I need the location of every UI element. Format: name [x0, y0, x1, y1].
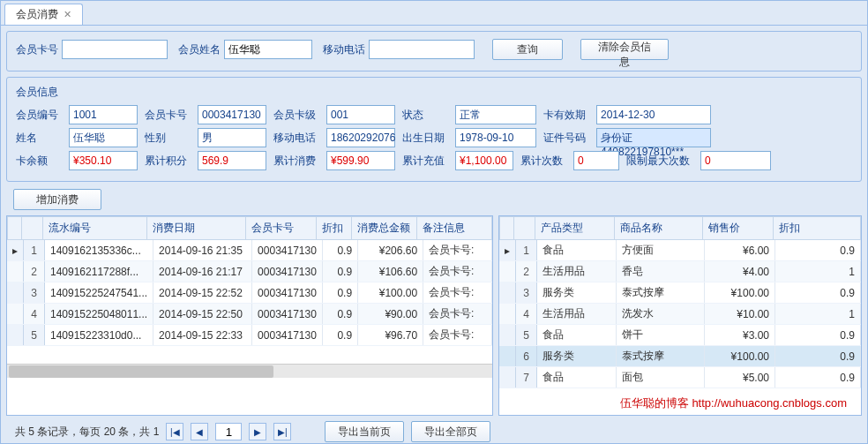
pager: 共 5 条记录，每页 20 条，共 1 |◀ ◀ ▶ ▶| 导出当前页 导出全部…	[6, 416, 862, 444]
panel-title: 会员信息	[16, 85, 852, 100]
table-row[interactable]: 3服务类泰式按摩¥100.000.9	[499, 282, 861, 304]
export-current-button[interactable]: 导出当前页	[325, 421, 404, 442]
label-birth: 出生日期	[402, 131, 452, 146]
col-memo[interactable]: 备注信息	[417, 217, 492, 240]
table-row[interactable]: 3140915225247541...2014-09-15 22:5200034…	[7, 282, 492, 304]
field-birth: 1978-09-10	[455, 128, 536, 147]
label-max-count: 限制最大次数	[626, 154, 697, 169]
label-card-no: 会员卡号	[16, 42, 58, 57]
col-serial[interactable]: 流水编号	[43, 217, 147, 240]
label-phone: 移动电话	[323, 42, 365, 57]
tab-bar: 会员消费 ✕	[1, 1, 867, 26]
label-level: 会员卡级	[273, 108, 323, 123]
table-row[interactable]: 21409162117288f...2014-09-16 21:17000341…	[7, 261, 492, 282]
label-id: 证件号码	[543, 131, 593, 146]
field-total-count: 0	[573, 151, 619, 170]
col-disc2[interactable]: 折扣	[774, 217, 861, 240]
label-member-id: 会员编号	[16, 108, 65, 123]
label-phone2: 移动电话	[273, 131, 323, 146]
field-points: 569.9	[198, 151, 266, 170]
col-amount[interactable]: 消费总金额	[352, 217, 417, 240]
table-row[interactable]: 2生活用品香皂¥4.001	[499, 261, 861, 282]
first-page-button[interactable]: |◀	[166, 423, 183, 440]
member-info-panel: 会员信息 会员编号 1001 会员卡号 0003417130 会员卡级 001 …	[6, 77, 862, 182]
field-total-recharge: ¥1,100.00	[455, 151, 513, 170]
page-input[interactable]	[215, 423, 242, 440]
col-date[interactable]: 消费日期	[147, 217, 246, 240]
label-valid: 卡有效期	[543, 108, 593, 123]
field-level: 001	[326, 105, 395, 124]
tab-member-consume[interactable]: 会员消费 ✕	[4, 4, 83, 25]
col-ptr2	[500, 217, 514, 240]
clear-button[interactable]: 清除会员信息	[580, 39, 669, 60]
phone-input[interactable]	[369, 40, 475, 59]
col-price[interactable]: 销售价	[703, 217, 774, 240]
label-total-recharge: 累计充值	[402, 154, 452, 169]
label-balance: 卡余额	[16, 154, 65, 169]
field-member-id: 1001	[69, 105, 138, 124]
add-consume-button[interactable]: 增加消费	[13, 189, 101, 210]
search-panel: 会员卡号 会员姓名 移动电话 查询 清除会员信息	[6, 31, 862, 71]
table-row[interactable]: 6服务类泰式按摩¥100.000.9	[499, 346, 861, 367]
prev-page-button[interactable]: ◀	[191, 423, 208, 440]
col-ptr	[8, 217, 22, 240]
col-type[interactable]: 产品类型	[535, 217, 615, 240]
field-status: 正常	[455, 105, 536, 124]
table-row[interactable]: ▸11409162135336c...2014-09-16 21:3500034…	[7, 240, 492, 261]
field-card-no: 0003417130	[198, 105, 266, 124]
tab-label: 会员消费	[16, 7, 58, 22]
content-area: 会员卡号 会员姓名 移动电话 查询 清除会员信息 会员信息 会员编号 1001 …	[1, 26, 867, 444]
member-name-input[interactable]	[224, 40, 312, 59]
h-scrollbar-left[interactable]	[7, 364, 492, 378]
pager-info: 共 5 条记录，每页 20 条，共 1	[15, 425, 159, 440]
field-id: 身份证440822197810***	[596, 128, 711, 147]
table-row[interactable]: 7食品面包¥5.000.9	[499, 367, 861, 388]
label-member-name: 会员姓名	[178, 42, 221, 57]
table-row[interactable]: 5食品饼干¥3.000.9	[499, 325, 861, 346]
product-grid: 产品类型 商品名称 销售价 折扣 ▸1食品方便面¥6.000.92生活用品香皂¥…	[498, 215, 862, 416]
label-card-no2: 会员卡号	[145, 108, 194, 123]
field-valid: 2014-12-30	[596, 105, 711, 124]
app-window: 会员消费 ✕ 会员卡号 会员姓名 移动电话 查询 清除会员信息 会员信息 会员编…	[0, 0, 868, 444]
next-page-button[interactable]: ▶	[249, 423, 266, 440]
field-gender: 男	[198, 128, 266, 147]
table-row[interactable]: 4生活用品洗发水¥10.001	[499, 304, 861, 325]
label-status: 状态	[402, 108, 452, 123]
col-card[interactable]: 会员卡号	[246, 217, 317, 240]
label-total-consume: 累计消费	[273, 154, 323, 169]
table-row[interactable]: 5140915223310d0...2014-09-15 22:33000341…	[7, 325, 492, 346]
label-points: 累计积分	[145, 154, 194, 169]
consume-grid: 流水编号 消费日期 会员卡号 折扣 消费总金额 备注信息 ▸1140916213…	[6, 215, 493, 416]
export-all-button[interactable]: 导出全部页	[411, 421, 490, 442]
col-product[interactable]: 商品名称	[615, 217, 703, 240]
close-icon[interactable]: ✕	[64, 9, 71, 20]
last-page-button[interactable]: ▶|	[273, 423, 291, 440]
field-total-consume: ¥599.90	[326, 151, 395, 170]
field-max-count: 0	[700, 151, 771, 170]
table-row[interactable]: ▸1食品方便面¥6.000.9	[499, 240, 861, 261]
label-gender: 性别	[145, 131, 194, 146]
col-rownum	[22, 217, 43, 240]
col-disc[interactable]: 折扣	[317, 217, 352, 240]
blog-link-wrap: 伍华聪的博客 http://wuhuacong.cnblogs.com	[499, 392, 861, 415]
field-balance: ¥350.10	[69, 151, 138, 170]
blog-link[interactable]: http://wuhuacong.cnblogs.com	[692, 396, 847, 410]
field-phone: 18620292076	[326, 128, 395, 147]
card-no-input[interactable]	[62, 40, 168, 59]
field-name: 伍华聪	[69, 128, 138, 147]
table-row[interactable]: 4140915225048011...2014-09-15 22:5000034…	[7, 304, 492, 325]
col-rownum2	[514, 217, 535, 240]
blog-label: 伍华聪的博客	[620, 396, 692, 410]
label-name2: 姓名	[16, 131, 65, 146]
query-button[interactable]: 查询	[492, 39, 563, 60]
label-total-count: 累计次数	[520, 154, 570, 169]
